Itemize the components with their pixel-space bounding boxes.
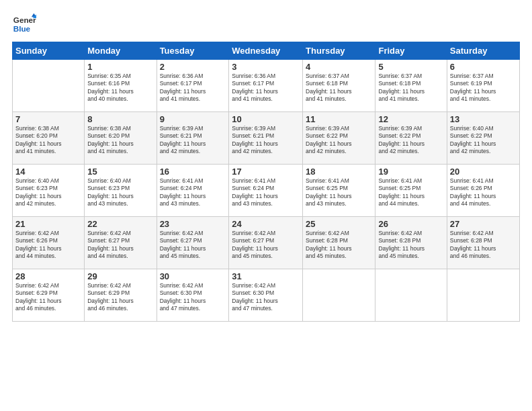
calendar-cell: 3Sunrise: 6:36 AM Sunset: 6:17 PM Daylig… bbox=[229, 60, 303, 112]
day-info: Sunrise: 6:37 AM Sunset: 6:19 PM Dayligh… bbox=[450, 73, 517, 103]
day-info: Sunrise: 6:42 AM Sunset: 6:27 PM Dayligh… bbox=[160, 230, 226, 261]
day-number: 14 bbox=[15, 167, 81, 177]
calendar-cell: 6Sunrise: 6:37 AM Sunset: 6:19 PM Daylig… bbox=[447, 60, 519, 112]
day-number: 5 bbox=[378, 62, 443, 72]
calendar-cell: 4Sunrise: 6:37 AM Sunset: 6:18 PM Daylig… bbox=[303, 60, 375, 112]
calendar-cell: 7Sunrise: 6:38 AM Sunset: 6:20 PM Daylig… bbox=[13, 112, 85, 165]
day-number: 20 bbox=[450, 167, 517, 177]
day-info: Sunrise: 6:39 AM Sunset: 6:21 PM Dayligh… bbox=[232, 125, 300, 156]
calendar-cell: 18Sunrise: 6:41 AM Sunset: 6:25 PM Dayli… bbox=[303, 165, 375, 217]
day-info: Sunrise: 6:37 AM Sunset: 6:18 PM Dayligh… bbox=[378, 73, 443, 103]
day-number: 10 bbox=[232, 114, 300, 124]
day-info: Sunrise: 6:39 AM Sunset: 6:21 PM Dayligh… bbox=[160, 125, 226, 156]
day-number: 3 bbox=[232, 62, 300, 72]
day-number: 31 bbox=[232, 271, 300, 281]
day-info: Sunrise: 6:36 AM Sunset: 6:17 PM Dayligh… bbox=[160, 73, 226, 103]
weekday-header-thursday: Thursday bbox=[303, 42, 375, 60]
calendar-cell: 19Sunrise: 6:41 AM Sunset: 6:25 PM Dayli… bbox=[375, 165, 447, 217]
day-info: Sunrise: 6:42 AM Sunset: 6:28 PM Dayligh… bbox=[306, 230, 372, 261]
calendar-cell: 20Sunrise: 6:41 AM Sunset: 6:26 PM Dayli… bbox=[447, 165, 519, 217]
calendar-cell: 14Sunrise: 6:40 AM Sunset: 6:23 PM Dayli… bbox=[13, 165, 85, 217]
day-number: 24 bbox=[232, 219, 300, 229]
weekday-header-saturday: Saturday bbox=[447, 42, 519, 60]
day-number: 18 bbox=[306, 167, 372, 177]
calendar-cell: 15Sunrise: 6:40 AM Sunset: 6:23 PM Dayli… bbox=[85, 165, 157, 217]
day-number: 2 bbox=[160, 62, 226, 72]
calendar-cell: 13Sunrise: 6:40 AM Sunset: 6:22 PM Dayli… bbox=[447, 112, 519, 165]
day-info: Sunrise: 6:40 AM Sunset: 6:22 PM Dayligh… bbox=[450, 125, 517, 156]
calendar-cell: 5Sunrise: 6:37 AM Sunset: 6:18 PM Daylig… bbox=[375, 60, 447, 112]
day-number: 29 bbox=[87, 271, 153, 281]
calendar-cell: 21Sunrise: 6:42 AM Sunset: 6:26 PM Dayli… bbox=[13, 217, 85, 269]
day-info: Sunrise: 6:41 AM Sunset: 6:25 PM Dayligh… bbox=[306, 177, 372, 208]
day-info: Sunrise: 6:41 AM Sunset: 6:25 PM Dayligh… bbox=[378, 177, 443, 208]
calendar-cell: 24Sunrise: 6:42 AM Sunset: 6:27 PM Dayli… bbox=[229, 217, 303, 269]
page-header: General Blue bbox=[12, 12, 520, 36]
svg-text:Blue: Blue bbox=[13, 24, 31, 33]
day-number: 8 bbox=[87, 114, 153, 124]
day-info: Sunrise: 6:42 AM Sunset: 6:30 PM Dayligh… bbox=[232, 282, 300, 313]
calendar-cell bbox=[303, 269, 375, 322]
day-info: Sunrise: 6:42 AM Sunset: 6:26 PM Dayligh… bbox=[15, 230, 81, 261]
day-info: Sunrise: 6:36 AM Sunset: 6:17 PM Dayligh… bbox=[232, 73, 300, 103]
calendar-cell: 27Sunrise: 6:42 AM Sunset: 6:28 PM Dayli… bbox=[447, 217, 519, 269]
calendar-cell: 11Sunrise: 6:39 AM Sunset: 6:22 PM Dayli… bbox=[303, 112, 375, 165]
day-number: 30 bbox=[160, 271, 226, 281]
day-number: 28 bbox=[15, 271, 81, 281]
day-info: Sunrise: 6:41 AM Sunset: 6:26 PM Dayligh… bbox=[450, 177, 517, 208]
day-number: 23 bbox=[160, 219, 226, 229]
day-number: 12 bbox=[378, 114, 443, 124]
day-info: Sunrise: 6:42 AM Sunset: 6:30 PM Dayligh… bbox=[160, 282, 226, 313]
day-number: 13 bbox=[450, 114, 517, 124]
day-number: 9 bbox=[160, 114, 226, 124]
calendar-cell: 17Sunrise: 6:41 AM Sunset: 6:24 PM Dayli… bbox=[229, 165, 303, 217]
day-number: 16 bbox=[160, 167, 226, 177]
day-number: 25 bbox=[306, 219, 372, 229]
weekday-header-sunday: Sunday bbox=[13, 42, 85, 60]
day-info: Sunrise: 6:42 AM Sunset: 6:27 PM Dayligh… bbox=[232, 230, 300, 261]
calendar-cell: 12Sunrise: 6:39 AM Sunset: 6:22 PM Dayli… bbox=[375, 112, 447, 165]
calendar-cell: 16Sunrise: 6:41 AM Sunset: 6:24 PM Dayli… bbox=[157, 165, 229, 217]
day-info: Sunrise: 6:41 AM Sunset: 6:24 PM Dayligh… bbox=[160, 177, 226, 208]
day-number: 7 bbox=[15, 114, 81, 124]
calendar-cell: 30Sunrise: 6:42 AM Sunset: 6:30 PM Dayli… bbox=[157, 269, 229, 322]
day-number: 1 bbox=[87, 62, 153, 72]
calendar-cell bbox=[375, 269, 447, 322]
calendar-table: SundayMondayTuesdayWednesdayThursdayFrid… bbox=[12, 42, 520, 322]
calendar-cell: 2Sunrise: 6:36 AM Sunset: 6:17 PM Daylig… bbox=[157, 60, 229, 112]
day-number: 6 bbox=[450, 62, 517, 72]
logo-icon: General Blue bbox=[12, 12, 36, 36]
day-info: Sunrise: 6:42 AM Sunset: 6:29 PM Dayligh… bbox=[15, 282, 81, 313]
day-number: 27 bbox=[450, 219, 517, 229]
calendar-cell: 10Sunrise: 6:39 AM Sunset: 6:21 PM Dayli… bbox=[229, 112, 303, 165]
day-info: Sunrise: 6:37 AM Sunset: 6:18 PM Dayligh… bbox=[306, 73, 372, 103]
day-number: 26 bbox=[378, 219, 443, 229]
calendar-cell: 22Sunrise: 6:42 AM Sunset: 6:27 PM Dayli… bbox=[85, 217, 157, 269]
day-info: Sunrise: 6:39 AM Sunset: 6:22 PM Dayligh… bbox=[378, 125, 443, 156]
calendar-cell: 8Sunrise: 6:38 AM Sunset: 6:20 PM Daylig… bbox=[85, 112, 157, 165]
calendar-cell: 23Sunrise: 6:42 AM Sunset: 6:27 PM Dayli… bbox=[157, 217, 229, 269]
weekday-header-tuesday: Tuesday bbox=[157, 42, 229, 60]
day-number: 19 bbox=[378, 167, 443, 177]
day-info: Sunrise: 6:35 AM Sunset: 6:16 PM Dayligh… bbox=[87, 73, 153, 103]
calendar-cell: 25Sunrise: 6:42 AM Sunset: 6:28 PM Dayli… bbox=[303, 217, 375, 269]
day-info: Sunrise: 6:42 AM Sunset: 6:28 PM Dayligh… bbox=[378, 230, 443, 261]
day-number: 21 bbox=[15, 219, 81, 229]
day-info: Sunrise: 6:42 AM Sunset: 6:29 PM Dayligh… bbox=[87, 282, 153, 313]
weekday-header-monday: Monday bbox=[85, 42, 157, 60]
calendar-cell bbox=[447, 269, 519, 322]
calendar-cell: 1Sunrise: 6:35 AM Sunset: 6:16 PM Daylig… bbox=[85, 60, 157, 112]
day-info: Sunrise: 6:38 AM Sunset: 6:20 PM Dayligh… bbox=[15, 125, 81, 156]
day-number: 22 bbox=[87, 219, 153, 229]
calendar-cell: 9Sunrise: 6:39 AM Sunset: 6:21 PM Daylig… bbox=[157, 112, 229, 165]
logo: General Blue bbox=[12, 12, 36, 36]
calendar-cell: 29Sunrise: 6:42 AM Sunset: 6:29 PM Dayli… bbox=[85, 269, 157, 322]
day-info: Sunrise: 6:38 AM Sunset: 6:20 PM Dayligh… bbox=[87, 125, 153, 156]
day-info: Sunrise: 6:40 AM Sunset: 6:23 PM Dayligh… bbox=[87, 177, 153, 208]
calendar-cell: 28Sunrise: 6:42 AM Sunset: 6:29 PM Dayli… bbox=[13, 269, 85, 322]
day-info: Sunrise: 6:40 AM Sunset: 6:23 PM Dayligh… bbox=[15, 177, 81, 208]
day-number: 4 bbox=[306, 62, 372, 72]
calendar-cell: 26Sunrise: 6:42 AM Sunset: 6:28 PM Dayli… bbox=[375, 217, 447, 269]
calendar-cell bbox=[13, 60, 85, 112]
day-info: Sunrise: 6:41 AM Sunset: 6:24 PM Dayligh… bbox=[232, 177, 300, 208]
